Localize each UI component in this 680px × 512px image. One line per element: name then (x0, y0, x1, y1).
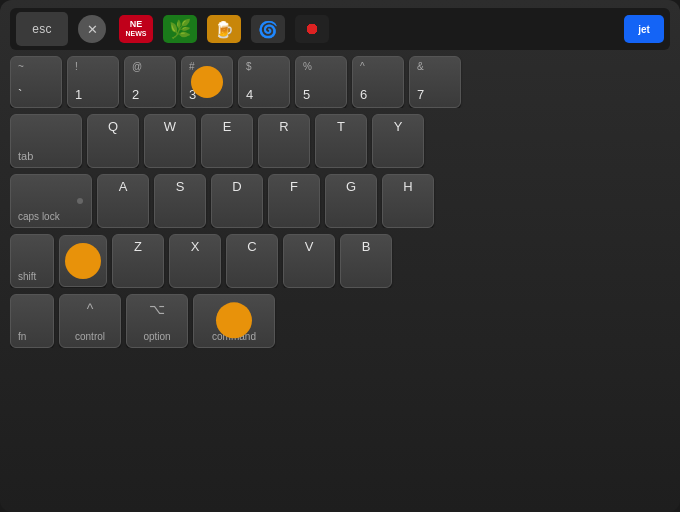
key-caps-lock[interactable]: caps lock (10, 174, 92, 228)
key-w[interactable]: W (144, 114, 196, 168)
key-x[interactable]: X (169, 234, 221, 288)
key-4[interactable]: $ 4 (238, 56, 290, 108)
key-6[interactable]: ^ 6 (352, 56, 404, 108)
number-row: ~ ` ! 1 @ 2 # 3 $ 4 % 5 ^ (10, 56, 670, 108)
key-h[interactable]: H (382, 174, 434, 228)
key-y[interactable]: Y (372, 114, 424, 168)
key-t[interactable]: T (315, 114, 367, 168)
key-1[interactable]: ! 1 (67, 56, 119, 108)
key-z[interactable]: Z (112, 234, 164, 288)
key-command[interactable]: ⌘ command (193, 294, 275, 348)
touch-bar: esc ✕ NENEWS 🌿 🍺 🌀 ⏺ jet (10, 8, 670, 50)
key-control[interactable]: ^ control (59, 294, 121, 348)
key-d[interactable]: D (211, 174, 263, 228)
key-r[interactable]: R (258, 114, 310, 168)
key-shift-left[interactable]: shift (10, 234, 54, 288)
esc-key[interactable]: esc (16, 12, 68, 46)
key-e[interactable]: E (201, 114, 253, 168)
key-tab[interactable]: tab (10, 114, 82, 168)
key-q[interactable]: Q (87, 114, 139, 168)
key-option[interactable]: ⌥ option (126, 294, 188, 348)
asdf-row: caps lock A S D F G H (10, 174, 670, 228)
key-fn[interactable]: fn (10, 294, 54, 348)
key-backtick[interactable]: ~ ` (10, 56, 62, 108)
key-5[interactable]: % 5 (295, 56, 347, 108)
shift-orange-indicator (59, 235, 107, 287)
key-7[interactable]: & 7 (409, 56, 461, 108)
keyboard: esc ✕ NENEWS 🌿 🍺 🌀 ⏺ jet (0, 0, 680, 512)
mug-app-icon[interactable]: 🍺 (204, 12, 244, 46)
key-c[interactable]: C (226, 234, 278, 288)
key-3[interactable]: # 3 (181, 56, 233, 108)
key-v[interactable]: V (283, 234, 335, 288)
zxcv-row: shift Z X C V B (10, 234, 670, 288)
jetbrains-icon[interactable]: jet (624, 12, 664, 46)
key-f[interactable]: F (268, 174, 320, 228)
record-app-icon[interactable]: ⏺ (292, 12, 332, 46)
key-a[interactable]: A (97, 174, 149, 228)
spiral-app-icon[interactable]: 🌀 (248, 12, 288, 46)
key-2[interactable]: @ 2 (124, 56, 176, 108)
key-s[interactable]: S (154, 174, 206, 228)
leaf-app-icon[interactable]: 🌿 (160, 12, 200, 46)
qwerty-row: tab Q W E R T Y (10, 114, 670, 168)
close-x-icon[interactable]: ✕ (72, 12, 112, 46)
key-b[interactable]: B (340, 234, 392, 288)
bottom-row: fn ^ control ⌥ option ⌘ command (10, 294, 670, 348)
key-g[interactable]: G (325, 174, 377, 228)
newspaper-app-icon[interactable]: NENEWS (116, 12, 156, 46)
